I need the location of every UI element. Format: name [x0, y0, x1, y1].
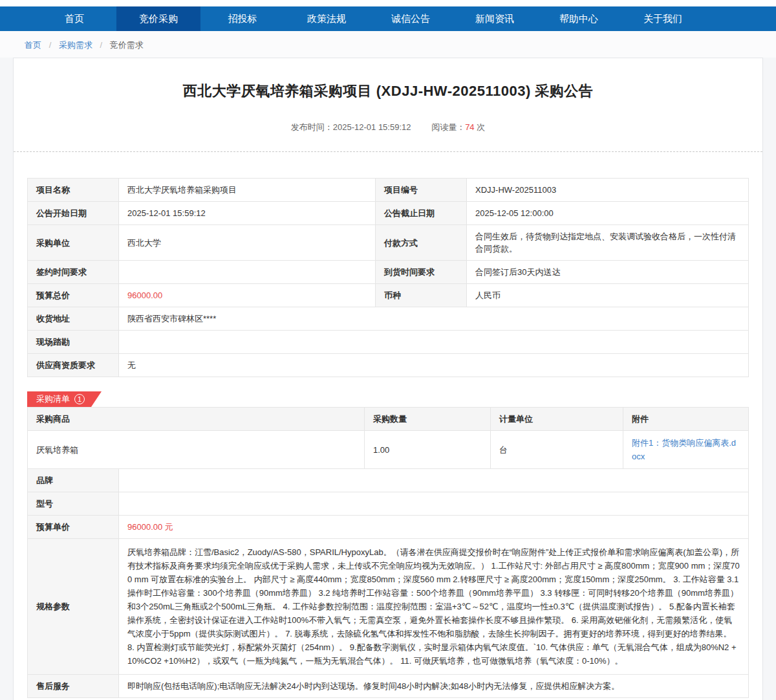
- currency-value: 人民币: [467, 284, 749, 307]
- table-row: 公告开始日期 2025-12-01 15:59:12 公告截止日期 2025-1…: [28, 202, 749, 225]
- signing-time-label: 签约时间要求: [28, 261, 119, 284]
- table-row: 项目名称 西北大学厌氧培养箱采购项目 项目编号 XDJJ-HW-20251100…: [28, 179, 749, 202]
- unit-price-label: 预算单价: [28, 516, 119, 539]
- model-label: 型号: [28, 492, 119, 516]
- breadcrumb-home[interactable]: 首页: [25, 40, 41, 50]
- table-row: 预算总价 96000.00 币种 人民币: [28, 284, 749, 307]
- nav-item-news[interactable]: 新闻资讯: [453, 6, 537, 31]
- project-number-value: XDJJ-HW-202511003: [467, 179, 749, 202]
- item-quantity: 1.00: [365, 431, 491, 469]
- payment-method-value: 合同生效后，待货物到达指定地点、安装调试验收合格后，一次性付清合同货款。: [467, 225, 749, 261]
- payment-method-label: 付款方式: [376, 225, 467, 261]
- site-survey-label: 现场踏勘: [28, 331, 119, 354]
- table-row: 供应商资质要求 无: [28, 354, 749, 377]
- announcement-header: 西北大学厌氧培养箱采购项目 (XDJJ-HW-202511003) 采购公告 发…: [14, 58, 762, 133]
- brand-label: 品牌: [28, 469, 119, 492]
- table-row: 型号: [28, 492, 749, 516]
- announcement-body: 项目名称 西北大学厌氧培养箱采购项目 项目编号 XDJJ-HW-20251100…: [14, 152, 762, 700]
- total-budget-label: 预算总价: [28, 284, 119, 307]
- views-count: 74: [465, 122, 474, 132]
- breadcrumb-separator: /: [100, 40, 103, 50]
- end-date-label: 公告截止日期: [376, 202, 467, 225]
- delivery-time-label: 到货时间要求: [376, 261, 467, 284]
- announcement-meta: 发布时间：2025-12-01 15:59:12 阅读量：74 次: [14, 122, 762, 133]
- table-row: 品牌: [28, 469, 749, 492]
- purchase-list-table: 采购商品 采购数量 计量单位 附件 厌氧培养箱 1.00 台 附件1：货物类响应…: [27, 407, 749, 698]
- item-row: 厌氧培养箱 1.00 台 附件1：货物类响应偏离表.docx: [28, 431, 749, 469]
- table-row: 规格参数 厌氧培养箱品牌：江雪/Basic2，Zuody/AS-580，SPAR…: [28, 539, 749, 675]
- nav-item-tender[interactable]: 招投标: [200, 6, 285, 31]
- views-unit: 次: [477, 122, 485, 132]
- spec-label: 规格参数: [28, 539, 119, 675]
- unit-price-value: 96000.00 元: [119, 516, 749, 539]
- end-date-value: 2025-12-05 12:00:00: [467, 202, 749, 225]
- start-date-label: 公告开始日期: [28, 202, 119, 225]
- table-row: 售后服务 即时响应(包括电话响应);电话响应无法解决24小时内到达现场。修复时间…: [28, 675, 749, 698]
- breadcrumb-current: 竞价需求: [110, 40, 144, 50]
- announcement-card: 西北大学厌氧培养箱采购项目 (XDJJ-HW-202511003) 采购公告 发…: [13, 58, 763, 700]
- delivery-address-label: 收货地址: [28, 307, 119, 331]
- site-survey-value: [119, 331, 749, 354]
- breadcrumb-purchase-demand[interactable]: 采购需求: [59, 40, 92, 50]
- main-nav: 首页 竞价采购 招投标 政策法规 诚信公告 新闻资讯 帮助中心 关于我们: [0, 6, 776, 31]
- product-column-header: 采购商品: [28, 408, 365, 431]
- attachment-link[interactable]: 附件1：货物类响应偏离表.docx: [632, 436, 740, 463]
- views-label: 阅读量：: [431, 122, 465, 132]
- top-strip: [0, 0, 776, 6]
- start-date-value: 2025-12-01 15:59:12: [119, 202, 376, 225]
- page-title: 西北大学厌氧培养箱采购项目 (XDJJ-HW-202511003) 采购公告: [14, 82, 762, 101]
- currency-label: 币种: [376, 284, 467, 307]
- spec-value: 厌氧培养箱品牌：江雪/Basic2，Zuody/AS-580，SPARIL/Hy…: [119, 539, 749, 675]
- publish-time-label: 发布时间：: [291, 122, 333, 132]
- table-row: 现场踏勘: [28, 331, 749, 354]
- breadcrumb-separator: /: [49, 40, 52, 50]
- signing-time-value: [119, 261, 376, 284]
- nav-item-home[interactable]: 首页: [32, 6, 116, 31]
- delivery-address-value: 陕西省西安市碑林区****: [119, 307, 749, 331]
- delivery-time-value: 合同签订后30天内送达: [467, 261, 749, 284]
- quantity-column-header: 采购数量: [365, 408, 491, 431]
- table-row: 采购单位 西北大学 付款方式 合同生效后，待货物到达指定地点、安装调试验收合格后…: [28, 225, 749, 261]
- purchase-list-badge-label: 采购清单: [36, 393, 70, 405]
- brand-value: [119, 469, 749, 492]
- item-unit: 台: [491, 431, 623, 469]
- breadcrumb: 首页 / 采购需求 / 竞价需求: [0, 31, 776, 58]
- total-budget-value: 96000.00: [119, 284, 376, 307]
- purchase-list-badge-row: 采购清单 1: [27, 391, 749, 407]
- nav-item-integrity[interactable]: 诚信公告: [369, 6, 453, 31]
- nav-item-bidding-purchase[interactable]: 竞价采购: [116, 6, 200, 31]
- purchaser-value: 西北大学: [119, 225, 376, 261]
- nav-item-help[interactable]: 帮助中心: [537, 6, 621, 31]
- purchaser-label: 采购单位: [28, 225, 119, 261]
- supplier-qualification-value: 无: [119, 354, 749, 377]
- table-row: 收货地址 陕西省西安市碑林区****: [28, 307, 749, 331]
- attachment-column-header: 附件: [623, 408, 749, 431]
- after-sales-value: 即时响应(包括电话响应);电话响应无法解决24小时内到达现场。修复时间48小时内…: [119, 675, 749, 698]
- nav-item-about[interactable]: 关于我们: [621, 6, 705, 31]
- item-product-name: 厌氧培养箱: [28, 431, 365, 469]
- unit-column-header: 计量单位: [491, 408, 623, 431]
- publish-time-value: 2025-12-01 15:59:12: [333, 122, 411, 132]
- project-info-table: 项目名称 西北大学厌氧培养箱采购项目 项目编号 XDJJ-HW-20251100…: [27, 178, 749, 377]
- model-value: [119, 492, 749, 516]
- project-name-value: 西北大学厌氧培养箱采购项目: [119, 179, 376, 202]
- table-row: 预算单价 96000.00 元: [28, 516, 749, 539]
- table-row: 签约时间要求 到货时间要求 合同签订后30天内送达: [28, 261, 749, 284]
- nav-item-policy[interactable]: 政策法规: [285, 6, 369, 31]
- after-sales-label: 售后服务: [28, 675, 119, 698]
- project-name-label: 项目名称: [28, 179, 119, 202]
- purchase-list-badge: 采购清单 1: [27, 391, 102, 407]
- table-header-row: 采购商品 采购数量 计量单位 附件: [28, 408, 749, 431]
- project-number-label: 项目编号: [376, 179, 467, 202]
- purchase-list-count-badge: 1: [74, 394, 85, 404]
- supplier-qualification-label: 供应商资质要求: [28, 354, 119, 377]
